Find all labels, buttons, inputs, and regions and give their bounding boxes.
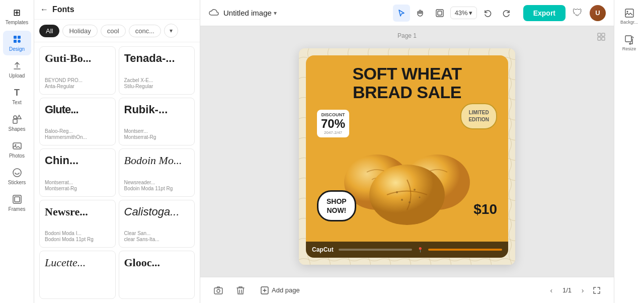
zoom-control[interactable]: 43% ▾ — [450, 7, 477, 19]
zoom-value: 43% — [455, 9, 468, 17]
sidebar-item-label-shapes: Shapes — [9, 126, 26, 132]
toolbar-tools: 43% ▾ — [393, 5, 515, 22]
sidebar-item-label-design: Design — [9, 46, 25, 52]
capcut-footer: CapCut 📍 — [306, 242, 508, 258]
font-sub2-7: clear Sans-Ita... — [124, 237, 190, 242]
upload-icon — [12, 60, 23, 71]
font-card-5[interactable]: Bodoin Mo... Newsreader... Bodoin Moda 1… — [119, 148, 195, 197]
font-card-8[interactable]: Lucette... — [39, 251, 116, 299]
font-display-8: Lucette... — [45, 256, 110, 269]
font-sub1-4: Montserrat... — [45, 180, 110, 185]
svg-rect-31 — [625, 36, 631, 42]
toolbar-title[interactable]: Untitled image ▾ — [223, 9, 277, 17]
font-card-6[interactable]: Newsre... Bodoni Moda I... Bodoni Moda 1… — [39, 200, 116, 248]
font-display-1: Tenada-... — [124, 52, 190, 65]
font-card-7[interactable]: Calistoga... Clear San... clear Sans-Ita… — [119, 200, 195, 248]
design-icon — [12, 34, 23, 45]
svg-rect-12 — [438, 11, 442, 15]
font-sub-names-4: Montserrat... Montserrat-Rg — [45, 180, 110, 191]
delete-button[interactable] — [232, 282, 249, 298]
sidebar-item-frames[interactable]: Frames — [3, 191, 31, 215]
filter-tag-all[interactable]: All — [39, 25, 59, 37]
svg-rect-1 — [18, 36, 21, 39]
page-corner-icon — [597, 32, 606, 43]
font-sub1-2: Baloo-Reg... — [45, 128, 110, 134]
add-page-button[interactable]: Add page — [255, 283, 306, 297]
sidebar-item-photos[interactable]: Photos — [3, 137, 31, 162]
font-sub-names-0: BEYOND PRO... Anta-Regular — [45, 78, 110, 89]
redo-button[interactable] — [498, 5, 515, 22]
title-chevron-icon: ▾ — [274, 10, 277, 17]
prev-page-button[interactable]: ‹ — [544, 283, 558, 297]
filter-tag-cool[interactable]: cool — [101, 25, 126, 37]
svg-point-30 — [626, 11, 628, 13]
cloud-icon — [208, 7, 219, 19]
back-button[interactable]: ← — [40, 5, 48, 14]
document-title: Untitled image — [223, 9, 272, 17]
font-sub2-4: Montserrat-Rg — [45, 186, 110, 191]
add-page-label: Add page — [272, 286, 300, 294]
stickers-icon — [12, 167, 23, 178]
canvas-content: SOFT WHEAT BREAD SALE DISCOUNT 70% 2047-… — [299, 48, 515, 265]
svg-point-27 — [217, 289, 220, 292]
sidebar-item-templates[interactable]: ⊞ Templates — [3, 4, 31, 29]
sidebar-item-stickers[interactable]: Stickers — [3, 164, 31, 189]
font-card-2[interactable]: Glute... Baloo-Reg... HammersmithOn... — [39, 98, 116, 146]
font-sub-names-5: Newsreader... Bodoin Moda 11pt Rg — [124, 180, 190, 191]
export-button[interactable]: Export — [523, 5, 566, 21]
svg-rect-29 — [625, 9, 633, 17]
font-card-4[interactable]: Chin... Montserrat... Montserrat-Rg — [39, 148, 116, 197]
next-page-button[interactable]: › — [576, 283, 590, 297]
svg-rect-15 — [598, 37, 601, 40]
select-tool-button[interactable] — [393, 5, 410, 22]
font-card-0[interactable]: Guti-Bo... BEYOND PRO... Anta-Regular — [39, 46, 116, 95]
svg-point-24 — [401, 199, 403, 201]
capcut-logo: CapCut — [312, 246, 334, 253]
camera-button[interactable] — [210, 282, 226, 298]
expand-button[interactable] — [590, 283, 604, 297]
frame-tool-button[interactable] — [431, 5, 448, 22]
sidebar-item-label-frames: Frames — [9, 206, 26, 212]
bottom-left-tools: Add page — [210, 282, 306, 298]
font-card-1[interactable]: Tenada-... Zacbel X-E... Stilu-Regular — [119, 46, 195, 95]
font-card-9[interactable]: Glooc... — [119, 251, 195, 299]
filter-more-button[interactable]: ▾ — [164, 24, 178, 38]
font-display-5: Bodoin Mo... — [124, 154, 190, 167]
font-sub1-7: Clear San... — [124, 231, 190, 236]
avatar[interactable]: U — [590, 5, 606, 21]
font-display-3: Rubik-... — [124, 103, 190, 116]
svg-point-25 — [419, 197, 421, 198]
font-sub2-2: HammersmithOn... — [45, 134, 110, 140]
canvas-wrapper: SOFT WHEAT BREAD SALE DISCOUNT 70% 2047-… — [299, 48, 515, 265]
sidebar-item-design[interactable]: Design — [3, 31, 31, 55]
hand-tool-button[interactable] — [412, 5, 429, 22]
font-grid: Guti-Bo... BEYOND PRO... Anta-Regular Te… — [34, 42, 200, 303]
toolbar: Untitled image ▾ 43% — [200, 0, 614, 26]
font-sub2-0: Anta-Regular — [45, 84, 110, 89]
canvas-area[interactable]: Page 1 — [200, 26, 614, 277]
price-label: $10 — [473, 201, 497, 217]
text-icon: T — [12, 87, 23, 98]
filter-tag-holiday[interactable]: Holiday — [62, 25, 97, 37]
right-panel: Backgr... Resize — [614, 0, 644, 303]
filter-tag-conc[interactable]: conc... — [129, 25, 161, 37]
shop-now-btn[interactable]: SHOP NOW! — [317, 190, 356, 221]
svg-rect-10 — [15, 197, 20, 202]
sidebar-item-text[interactable]: T Text — [3, 84, 31, 109]
templates-icon: ⊞ — [12, 7, 23, 18]
svg-rect-4 — [13, 119, 17, 123]
undo-button[interactable] — [479, 5, 496, 22]
sidebar-item-label-templates: Templates — [6, 20, 29, 26]
sidebar-item-label-stickers: Stickers — [8, 180, 26, 186]
shop-line1: SHOP — [327, 197, 347, 206]
photos-icon — [12, 140, 23, 152]
resize-button[interactable]: Resize — [617, 31, 642, 55]
font-card-3[interactable]: Rubik-... Montserr... Montserrat-Rg — [119, 98, 195, 146]
font-display-6: Newsre... — [45, 205, 110, 218]
svg-rect-13 — [598, 33, 601, 36]
background-button[interactable]: Backgr... — [617, 4, 642, 29]
sidebar-item-shapes[interactable]: Shapes — [3, 111, 31, 135]
sidebar-item-upload[interactable]: Upload — [3, 57, 31, 82]
svg-point-22 — [414, 189, 416, 191]
svg-point-3 — [18, 40, 21, 43]
